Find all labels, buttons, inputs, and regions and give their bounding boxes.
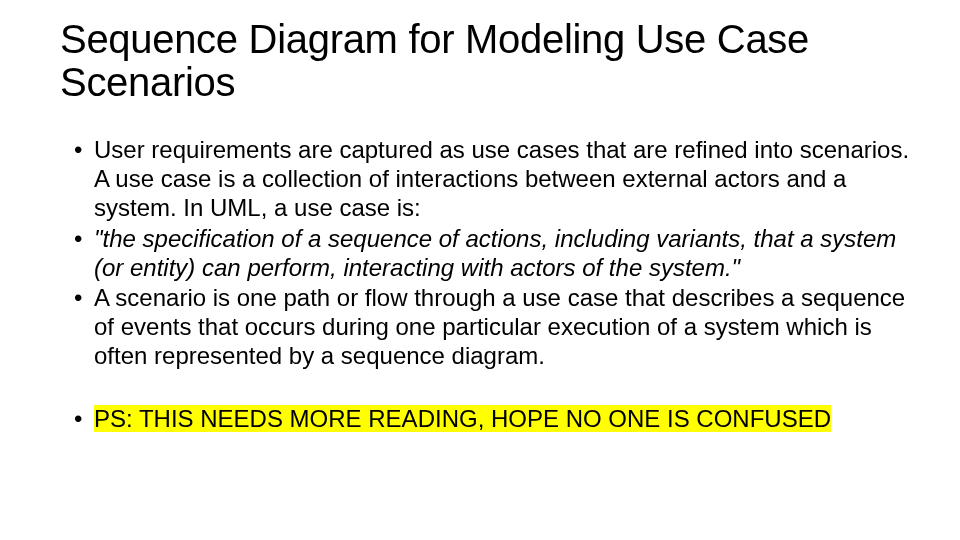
spacer <box>60 373 920 405</box>
bullet-text: User requirements are captured as use ca… <box>94 136 909 221</box>
bullet-list-ps: PS: THIS NEEDS MORE READING, HOPE NO ONE… <box>60 405 920 434</box>
bullet-text-quote: "the specification of a sequence of acti… <box>94 225 896 281</box>
highlighted-note: PS: THIS NEEDS MORE READING, HOPE NO ONE… <box>94 405 831 432</box>
bullet-text: A scenario is one path or flow through a… <box>94 284 905 369</box>
slide: Sequence Diagram for Modeling Use Case S… <box>0 0 960 540</box>
bullet-item: User requirements are captured as use ca… <box>74 136 910 222</box>
bullet-list: User requirements are captured as use ca… <box>60 136 920 370</box>
slide-title: Sequence Diagram for Modeling Use Case S… <box>60 18 900 104</box>
bullet-item: "the specification of a sequence of acti… <box>74 225 910 283</box>
bullet-item-ps: PS: THIS NEEDS MORE READING, HOPE NO ONE… <box>74 405 910 434</box>
bullet-item: A scenario is one path or flow through a… <box>74 284 910 370</box>
